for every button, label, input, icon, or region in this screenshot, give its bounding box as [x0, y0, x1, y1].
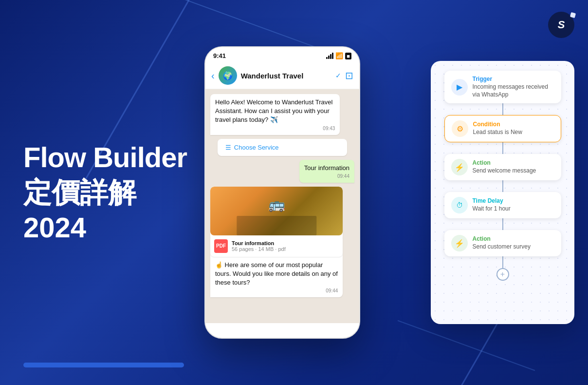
avatar: 🌍 — [219, 66, 237, 85]
deco-line-2 — [398, 320, 535, 371]
node-type-label: Action — [473, 235, 554, 242]
chat-message-received-1: Hello Alex! Welcome to Wanderlust Travel… — [210, 94, 340, 135]
chat-body: Hello Alex! Welcome to Wanderlust Travel… — [205, 89, 359, 323]
pdf-attachment: PDF Tour information 56 pages · 14 MB · … — [210, 235, 343, 257]
action2-content: Action Send customer survey — [473, 235, 554, 251]
message-time: 09:44 — [215, 288, 338, 293]
phone-frame: 9:41 📶 ■ ‹ 🌍 Wanderlust Travel ✓ ⊡ — [204, 46, 360, 339]
wifi-icon: 📶 — [335, 52, 343, 59]
flow-connector-5 — [502, 256, 503, 268]
status-time: 9:41 — [213, 52, 226, 59]
chat-message-sent: Tour information 09:44 — [299, 160, 354, 183]
flow-connector-1 — [502, 103, 503, 115]
flow-nodes-container: ▶ Trigger Incoming messages received via… — [439, 71, 567, 281]
signal-icon — [326, 53, 333, 59]
pdf-meta: 56 pages · 14 MB · pdf — [232, 246, 286, 252]
hero-title-en: Flow Builder — [23, 142, 187, 173]
node-description: Wait for 1 hour — [473, 205, 554, 213]
hero-title-zh: 定價詳解 — [23, 177, 187, 208]
message-time: 09:44 — [304, 173, 349, 179]
bottom-accent-bar — [23, 363, 184, 367]
action1-icon: ⚡ — [451, 159, 468, 175]
avatar-emoji: 🌍 — [223, 71, 233, 80]
verified-icon: ✓ — [335, 72, 341, 79]
add-icon: + — [500, 270, 505, 279]
chat-message-with-image: 🚌 PDF Tour information 56 pages · 14 MB … — [210, 187, 343, 298]
back-arrow-icon[interactable]: ‹ — [211, 70, 215, 81]
flow-node-trigger[interactable]: ▶ Trigger Incoming messages received via… — [444, 71, 561, 103]
flow-connector-2 — [502, 142, 503, 154]
hero-content: Flow Builder 定價詳解 2024 — [23, 142, 187, 243]
node-description: Send customer survey — [473, 243, 554, 251]
flow-node-timedelay[interactable]: ⏱ Time Delay Wait for 1 hour — [444, 192, 561, 218]
flow-connector-4 — [502, 218, 503, 230]
message-text: Hello Alex! Welcome to Wanderlust Travel… — [215, 98, 335, 125]
action2-icon: ⚡ — [451, 235, 468, 251]
menu-icon: ☰ — [225, 144, 231, 151]
pdf-icon: PDF — [214, 239, 228, 253]
node-type-label: Action — [473, 159, 554, 166]
tour-image: 🚌 — [210, 187, 343, 235]
phone-mockup: 9:41 📶 ■ ‹ 🌍 Wanderlust Travel ✓ ⊡ — [204, 46, 360, 339]
condition-icon: ⚙ — [452, 120, 468, 137]
choose-service-button[interactable]: ☰ Choose Service — [218, 139, 347, 156]
flow-connector-3 — [502, 180, 503, 192]
node-type-label: Condition — [473, 121, 554, 128]
message-time: 09:43 — [215, 126, 335, 131]
flow-node-action2[interactable]: ⚡ Action Send customer survey — [444, 230, 561, 256]
logo-badge: S — [548, 12, 574, 38]
chat-header: ‹ 🌍 Wanderlust Travel ✓ ⊡ — [205, 62, 359, 89]
trigger-content: Trigger Incoming messages received via W… — [473, 76, 554, 98]
timedelay-content: Time Delay Wait for 1 hour — [473, 197, 554, 213]
flow-node-condition[interactable]: ⚙ Condition Lead status is New — [444, 115, 561, 142]
trigger-icon: ▶ — [451, 79, 468, 96]
message-text: ☝️ Here are some of our most popular tou… — [215, 261, 338, 288]
node-description: Lead status is New — [473, 129, 554, 136]
condition-content: Condition Lead status is New — [473, 121, 554, 136]
battery-icon: ■ — [345, 53, 351, 59]
node-type-label: Time Delay — [473, 197, 554, 204]
timedelay-icon: ⏱ — [451, 197, 468, 213]
service-button-label: Choose Service — [234, 144, 279, 151]
video-call-icon[interactable]: ⊡ — [345, 70, 353, 81]
hero-year: 2024 — [23, 212, 187, 243]
phone-status-bar: 9:41 📶 ■ — [205, 47, 359, 62]
flow-builder-panel: ▶ Trigger Incoming messages received via… — [431, 61, 574, 324]
bus-icon: 🚌 — [268, 196, 285, 212]
action1-content: Action Send welcome message — [473, 159, 554, 175]
pdf-title: Tour information — [232, 240, 286, 246]
flow-node-action1[interactable]: ⚡ Action Send welcome message — [444, 154, 561, 180]
message-text: Tour information — [304, 164, 349, 173]
logo-letter: S — [558, 19, 565, 31]
add-node-button[interactable]: + — [496, 268, 509, 281]
node-type-label: Trigger — [473, 76, 554, 82]
chat-name: Wanderlust Travel — [241, 72, 331, 80]
node-description: Send welcome message — [473, 167, 554, 175]
node-description: Incoming messages received via WhatsApp — [473, 83, 554, 98]
status-icons: 📶 ■ — [326, 52, 351, 59]
